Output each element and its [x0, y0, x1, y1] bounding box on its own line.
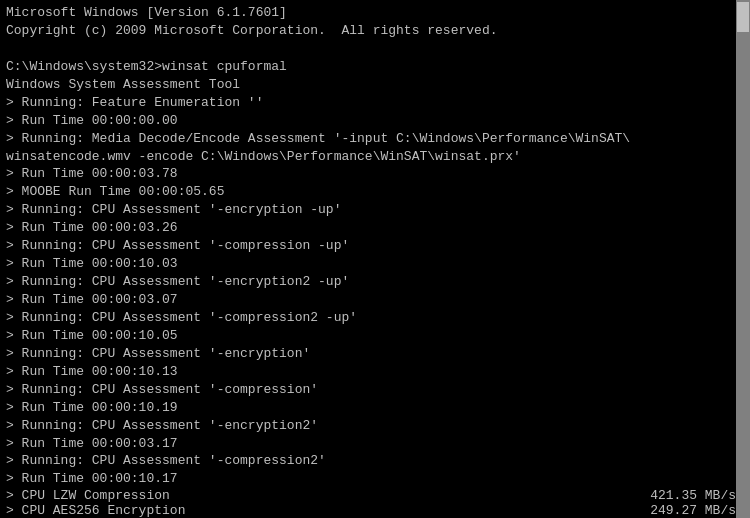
terminal-content: Microsoft Windows [Version 6.1.7601]Copy… — [6, 4, 742, 518]
terminal-line-arrow: > Run Time 00:00:10.05 — [6, 327, 742, 345]
twocol-right: 249.27 MB/s — [622, 503, 742, 518]
terminal-line-arrow: > Run Time 00:00:00.00 — [6, 112, 742, 130]
terminal-line-arrow: > Run Time 00:00:10.19 — [6, 399, 742, 417]
terminal-line-arrow: > Running: CPU Assessment '-encryption2 … — [6, 273, 742, 291]
terminal-line-twocol: > CPU AES256 Encryption249.27 MB/s — [6, 503, 742, 518]
terminal-line-arrow: > Running: CPU Assessment '-compression … — [6, 237, 742, 255]
terminal-line-arrow: > Run Time 00:00:03.26 — [6, 219, 742, 237]
terminal-line: Windows System Assessment Tool — [6, 76, 742, 94]
terminal-line-arrow: > Running: CPU Assessment '-compression2… — [6, 452, 742, 470]
terminal-line-arrow: > Running: CPU Assessment '-encryption2' — [6, 417, 742, 435]
terminal-line-arrow: > Running: Media Decode/Encode Assessmen… — [6, 130, 742, 148]
terminal-line-arrow: > Run Time 00:00:10.03 — [6, 255, 742, 273]
terminal-line: Copyright (c) 2009 Microsoft Corporation… — [6, 22, 742, 40]
terminal-window: Microsoft Windows [Version 6.1.7601]Copy… — [0, 0, 750, 518]
scrollbar[interactable] — [736, 0, 750, 518]
scrollbar-thumb[interactable] — [737, 2, 749, 32]
terminal-line-arrow: > Run Time 00:00:10.17 — [6, 470, 742, 488]
terminal-line-twocol: > CPU LZW Compression421.35 MB/s — [6, 488, 742, 503]
terminal-line-arrow: > Run Time 00:00:03.17 — [6, 435, 742, 453]
terminal-line: winsatencode.wmv -encode C:\Windows\Perf… — [6, 148, 742, 166]
terminal-line-arrow: > Run Time 00:00:03.07 — [6, 291, 742, 309]
terminal-line-arrow: > Running: CPU Assessment '-encryption -… — [6, 201, 742, 219]
terminal-line-blank — [6, 40, 742, 58]
terminal-line-arrow: > Run Time 00:00:03.78 — [6, 165, 742, 183]
twocol-left: > CPU AES256 Encryption — [6, 503, 185, 518]
terminal-line-arrow: > Running: Feature Enumeration '' — [6, 94, 742, 112]
terminal-line-arrow: > Running: CPU Assessment '-compression2… — [6, 309, 742, 327]
terminal-line-arrow: > Run Time 00:00:10.13 — [6, 363, 742, 381]
terminal-line: Microsoft Windows [Version 6.1.7601] — [6, 4, 742, 22]
terminal-line-arrow: > Running: CPU Assessment '-compression' — [6, 381, 742, 399]
terminal-line: C:\Windows\system32>winsat cpuformal — [6, 58, 742, 76]
terminal-line-arrow: > Running: CPU Assessment '-encryption' — [6, 345, 742, 363]
terminal-line-arrow: > MOOBE Run Time 00:00:05.65 — [6, 183, 742, 201]
twocol-left: > CPU LZW Compression — [6, 488, 170, 503]
twocol-right: 421.35 MB/s — [622, 488, 742, 503]
